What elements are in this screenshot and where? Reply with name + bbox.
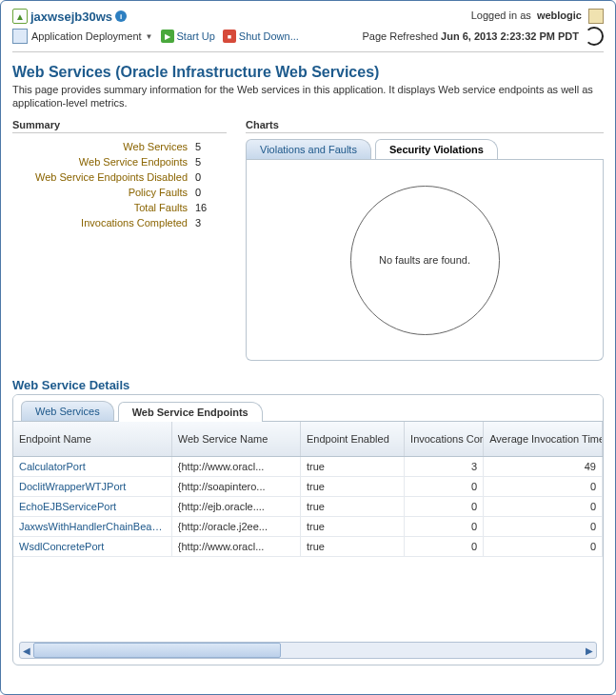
summary-value: 0 [191,185,227,200]
table-row[interactable]: EchoEJBServicePort {http://ejb.oracle...… [13,497,603,517]
cell-avg: 0 [484,477,603,497]
application-deployment-menu[interactable]: Application Deployment ▼ [12,29,153,44]
chart-pane: No faults are found. [246,160,604,361]
col-avg-time[interactable]: Average Invocation Time (ms) [484,422,603,457]
summary-label[interactable]: Invocations Completed [12,215,191,230]
summary-label[interactable]: Web Service Endpoints [12,154,191,169]
cell-avg: 0 [484,497,603,517]
scroll-thumb[interactable] [33,643,281,658]
cell-avg: 0 [484,537,603,557]
summary-value: 3 [191,215,227,230]
cell-wsname: {http://ejb.oracle.... [171,497,300,517]
horizontal-scrollbar[interactable]: ◀ ▶ [19,642,597,659]
cell-inv: 0 [405,537,484,557]
tab-violations-and-faults[interactable]: Violations and Faults [246,139,371,159]
col-web-service-name[interactable]: Web Service Name [171,422,300,457]
chevron-down-icon: ▼ [146,32,153,41]
tab-web-services[interactable]: Web Services [21,401,114,421]
scroll-right-icon[interactable]: ▶ [583,645,596,656]
summary-label[interactable]: Total Faults [12,200,191,215]
endpoints-table: Endpoint Name Web Service Name Endpoint … [13,422,603,557]
cell-enabled: true [300,537,404,557]
stop-icon: ■ [223,30,236,43]
page-title: Web Services (Oracle Infrastructure Web … [12,64,604,81]
info-icon[interactable]: i [115,10,127,22]
cell-inv: 0 [405,477,484,497]
cell-avg: 0 [484,517,603,537]
cell-wsname: {http://www.oracl... [171,457,300,477]
shut-down-button[interactable]: ■ Shut Down... [223,30,299,43]
refresh-icon[interactable] [585,27,604,46]
cell-wsname: {http://oracle.j2ee... [171,517,300,537]
endpoint-link[interactable]: WsdlConcretePort [13,537,171,557]
summary-table: Web Services5 Web Service Endpoints5 Web… [12,139,227,230]
scroll-left-icon[interactable]: ◀ [20,645,33,656]
endpoint-link[interactable]: DoclitWrapperWTJPort [13,477,171,497]
summary-label[interactable]: Policy Faults [12,185,191,200]
table-row[interactable]: JaxwsWithHandlerChainBean... {http://ora… [13,517,603,537]
details-heading: Web Service Details [12,378,604,392]
summary-heading: Summary [12,119,227,133]
cell-avg: 49 [484,457,603,477]
app-title: jaxwsejb30ws [30,10,112,24]
summary-label[interactable]: Web Services [12,139,191,154]
endpoint-link[interactable]: JaxwsWithHandlerChainBean... [13,517,171,537]
summary-label[interactable]: Web Service Endpoints Disabled [12,169,191,185]
table-row[interactable]: WsdlConcretePort {http://www.oracl... tr… [13,537,603,557]
cell-enabled: true [300,517,404,537]
empty-chart-circle: No faults are found. [350,186,500,335]
summary-value: 16 [191,200,227,215]
cell-inv: 0 [405,497,484,517]
scroll-track[interactable] [33,643,583,658]
up-arrow-icon: ▲ [12,9,28,24]
cell-wsname: {http://www.oracl... [171,537,300,557]
charts-heading: Charts [246,119,604,133]
col-endpoint-name[interactable]: Endpoint Name [13,422,171,457]
empty-chart-message: No faults are found. [379,254,470,266]
table-row[interactable]: DoclitWrapperWTJPort {http://soapintero.… [13,477,603,497]
server-icon [588,9,604,24]
deployment-icon [12,29,28,44]
cell-wsname: {http://soapintero... [171,477,300,497]
col-endpoint-enabled[interactable]: Endpoint Enabled [300,422,404,457]
endpoint-link[interactable]: EchoEJBServicePort [13,497,171,517]
cell-enabled: true [300,457,404,477]
endpoint-link[interactable]: CalculatorPort [13,457,171,477]
table-row[interactable]: CalculatorPort {http://www.oracl... true… [13,457,603,477]
page-description: This page provides summary information f… [12,83,604,109]
summary-value: 5 [191,154,227,169]
cell-inv: 3 [405,457,484,477]
summary-value: 0 [191,169,227,185]
cell-enabled: true [300,497,404,517]
start-up-button[interactable]: ▶ Start Up [161,30,215,43]
page-refreshed-label: Page Refreshed [363,30,439,42]
page-refreshed-time: Jun 6, 2013 2:23:32 PM PDT [441,30,579,42]
play-icon: ▶ [161,30,174,43]
logged-in-as: Logged in as weblogic [471,9,604,24]
cell-enabled: true [300,477,404,497]
tab-security-violations[interactable]: Security Violations [375,139,498,159]
summary-value: 5 [191,139,227,154]
cell-inv: 0 [405,517,484,537]
col-invocations-completed[interactable]: Invocations Completed [405,422,484,457]
tab-web-service-endpoints[interactable]: Web Service Endpoints [118,402,263,422]
